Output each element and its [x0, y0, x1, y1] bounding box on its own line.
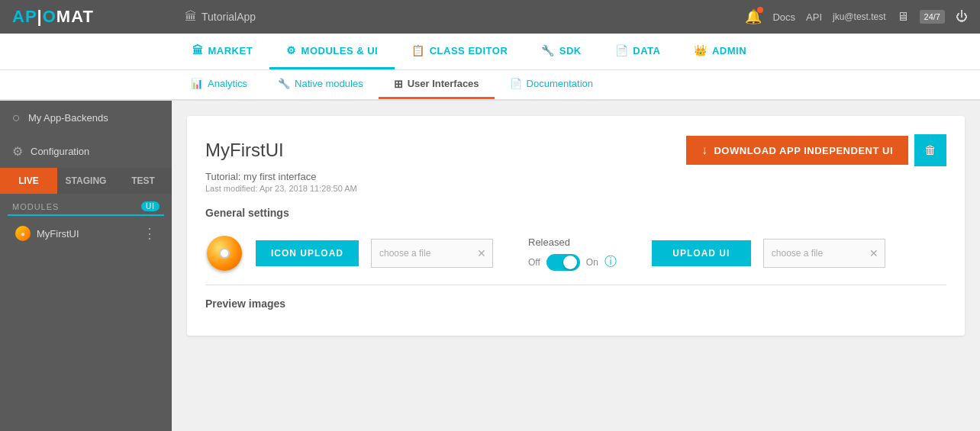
admin-icon: 👑: [694, 44, 708, 56]
released-section: Released Off On ⓘ: [528, 236, 617, 271]
user-interfaces-icon: ⊞: [394, 78, 403, 90]
app-name-area: 🏛 TutorialApp: [185, 10, 733, 24]
icon-upload-button[interactable]: ICON UPLOAD: [256, 240, 359, 266]
module-icon: ●: [15, 226, 31, 241]
icon-file-placeholder: choose a file: [372, 248, 471, 259]
sdk-icon: 🔧: [541, 44, 555, 56]
content-card: MyFirstUI ↓ DOWNLOAD APP INDEPENDENT UI …: [187, 116, 965, 336]
modules-ui-icon: ⚙: [286, 44, 297, 56]
api-link[interactable]: API: [806, 11, 822, 23]
general-settings-title: General settings: [205, 207, 946, 219]
sidebar-item-my-app-backends[interactable]: ○ My App-Backends: [0, 101, 172, 135]
info-icon[interactable]: ⓘ: [604, 254, 617, 270]
preview-images-title: Preview images: [205, 298, 946, 310]
tab-user-interfaces[interactable]: ⊞ User Interfaces: [379, 70, 495, 99]
docs-link[interactable]: Docs: [772, 11, 795, 23]
nav-modules-ui[interactable]: ⚙ MODULES & UI: [269, 34, 395, 69]
configuration-icon: ⚙: [12, 144, 23, 159]
upload-row: ICON UPLOAD choose a file ✕ Released Off: [205, 234, 946, 272]
nav-market[interactable]: 🏛 MARKET: [176, 34, 269, 69]
tab-staging[interactable]: Staging: [57, 168, 114, 194]
nav-admin[interactable]: 👑 ADMIN: [677, 34, 763, 69]
released-label: Released: [528, 236, 617, 248]
preview-section: Preview images: [205, 298, 946, 310]
sidebar-divider: [8, 214, 164, 216]
logo-area: AP|OMAT: [12, 7, 172, 27]
tab-live[interactable]: Live: [0, 168, 57, 194]
sidebar: ○ My App-Backends ⚙ Configuration Live S…: [0, 101, 172, 431]
header-buttons: ↓ DOWNLOAD APP INDEPENDENT UI 🗑: [686, 134, 946, 166]
toggle-thumb: [563, 256, 577, 269]
ui-subtitle: Tutorial: my first interface: [205, 171, 946, 182]
ui-badge: UI: [141, 201, 160, 211]
ui-file-placeholder: choose a file: [764, 248, 863, 259]
upload-ui-section: UPLOAD UI choose a file ✕: [652, 239, 885, 268]
off-label: Off: [528, 257, 540, 268]
modules-section: MODULES UI ● MyFirstUI ⋮: [0, 194, 172, 251]
toggle-track: [546, 254, 580, 271]
app-building-icon: 🏛: [185, 10, 197, 24]
on-label: On: [586, 257, 598, 268]
delete-button[interactable]: 🗑: [914, 134, 946, 166]
last-modified-date: Last modified: Apr 23, 2018 11:28:50 AM: [205, 184, 946, 193]
phone-icon[interactable]: 24/7: [920, 10, 945, 24]
terminal-icon[interactable]: 🖥: [897, 10, 909, 24]
power-icon[interactable]: ⏻: [956, 10, 968, 24]
notification-dot: [757, 7, 763, 13]
tab-analytics[interactable]: 📊 Analytics: [176, 70, 263, 99]
sidebar-module-myfirstui[interactable]: ● MyFirstUI ⋮: [8, 219, 164, 248]
sub-nav: 📊 Analytics 🔧 Native modules ⊞ User Inte…: [0, 70, 980, 101]
user-email: jku@test.test: [833, 11, 886, 22]
modules-header: MODULES UI: [8, 198, 164, 214]
cd-icon: [207, 236, 242, 271]
toggle-row: Off On ⓘ: [528, 254, 617, 271]
documentation-icon: 📄: [510, 78, 522, 89]
section-divider: [205, 285, 946, 285]
main-nav: 🏛 MARKET ⚙ MODULES & UI 📋 CLASS EDITOR 🔧…: [0, 34, 980, 70]
main-content: MyFirstUI ↓ DOWNLOAD APP INDEPENDENT UI …: [172, 101, 980, 431]
icon-file-clear-icon[interactable]: ✕: [471, 247, 492, 259]
upload-ui-button[interactable]: UPLOAD UI: [652, 240, 751, 266]
nav-class-editor[interactable]: 📋 CLASS EDITOR: [395, 34, 524, 69]
data-icon: 📄: [615, 44, 629, 56]
native-modules-icon: 🔧: [278, 78, 290, 89]
analytics-icon: 📊: [191, 78, 203, 89]
logo: AP|OMAT: [12, 7, 94, 27]
app-name-label: TutorialApp: [201, 11, 256, 23]
my-app-backends-icon: ○: [12, 110, 21, 126]
ui-file-input[interactable]: choose a file ✕: [763, 239, 885, 268]
class-editor-icon: 📋: [411, 44, 425, 56]
ui-file-clear-icon[interactable]: ✕: [863, 247, 885, 259]
market-icon: 🏛: [192, 44, 204, 56]
notification-bell[interactable]: 🔔: [745, 8, 762, 25]
download-icon: ↓: [701, 143, 708, 157]
header-right: 🔔 Docs API jku@test.test 🖥 24/7 ⏻: [745, 8, 968, 25]
env-tabs: Live Staging Test: [0, 168, 172, 194]
module-label: MyFirstUI: [37, 228, 79, 240]
main-layout: ○ My App-Backends ⚙ Configuration Live S…: [0, 101, 980, 431]
nav-sdk[interactable]: 🔧 SDK: [524, 34, 598, 69]
trash-icon: 🗑: [924, 143, 936, 157]
module-more-icon[interactable]: ⋮: [143, 225, 156, 242]
tab-documentation[interactable]: 📄 Documentation: [495, 70, 608, 99]
icon-file-input[interactable]: choose a file ✕: [371, 239, 493, 268]
sidebar-item-configuration[interactable]: ⚙ Configuration: [0, 135, 172, 168]
download-app-button[interactable]: ↓ DOWNLOAD APP INDEPENDENT UI: [686, 136, 908, 165]
top-header: AP|OMAT 🏛 TutorialApp 🔔 Docs API jku@tes…: [0, 0, 980, 34]
released-toggle[interactable]: [546, 254, 580, 271]
icon-preview: [205, 234, 243, 272]
card-header: MyFirstUI ↓ DOWNLOAD APP INDEPENDENT UI …: [205, 134, 946, 166]
page-title: MyFirstUI: [205, 140, 284, 161]
nav-data[interactable]: 📄 DATA: [598, 34, 678, 69]
tab-native-modules[interactable]: 🔧 Native modules: [263, 70, 379, 99]
modules-label: MODULES: [12, 202, 59, 211]
tab-test[interactable]: Test: [114, 168, 172, 194]
module-left: ● MyFirstUI: [15, 226, 79, 241]
